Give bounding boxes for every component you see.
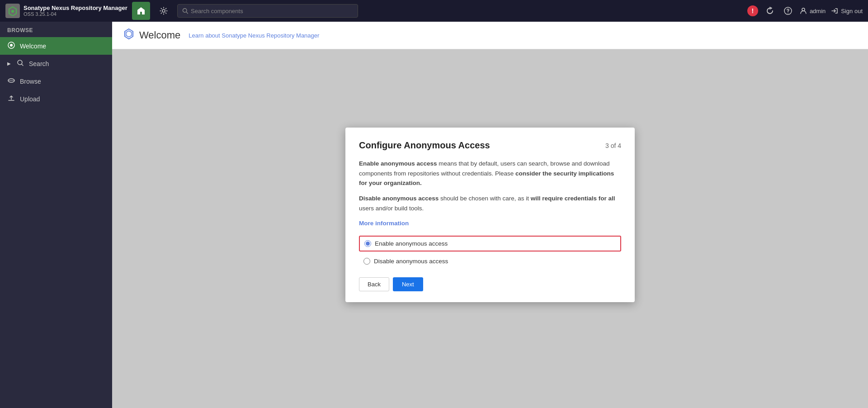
radio-group: Enable anonymous access Disable anonymou… [359,236,621,268]
sidebar-item-browse[interactable]: Browse [0,72,112,90]
signout-icon [831,7,838,14]
nav-home-button[interactable] [132,2,150,20]
svg-point-7 [788,13,788,14]
disable-anonymous-option[interactable]: Disable anonymous access [359,254,621,268]
header-right: ! admin [747,5,863,17]
browse-icon [7,77,15,85]
svg-marker-2 [137,7,145,14]
disable-anonymous-radio[interactable] [363,258,370,265]
sidebar-item-label-welcome: Welcome [20,43,46,50]
configure-anonymous-access-dialog: Configure Anonymous Access 3 of 4 Enable… [345,128,635,302]
back-button[interactable]: Back [359,277,389,291]
enable-anonymous-option[interactable]: Enable anonymous access [359,236,621,251]
logo-icon [5,4,20,18]
sidebar-item-label-browse: Browse [20,78,41,85]
enable-desc-bold-part: Enable anonymous access [359,160,437,167]
app-name: Sonatype Nexus Repository Manager [24,5,127,12]
svg-point-11 [10,44,13,47]
welcome-icon [7,42,15,50]
disable-description: Disable anonymous access should be chose… [359,194,621,213]
sidebar: Browse Welcome ▶ Search [0,22,112,408]
search-input[interactable] [191,8,353,14]
main-layout: Browse Welcome ▶ Search [0,22,868,408]
dialog-body: Enable anonymous access means that by de… [359,159,621,228]
disable-anonymous-label: Disable anonymous access [374,258,448,265]
user-section[interactable]: admin [800,7,826,14]
app-logo: Sonatype Nexus Repository Manager OSS 3.… [5,4,127,18]
svg-point-8 [802,8,805,11]
help-button[interactable] [782,5,794,17]
dialog-step: 3 of 4 [605,140,621,149]
sidebar-item-welcome[interactable]: Welcome [0,37,112,55]
svg-point-1 [11,10,14,13]
chevron-icon: ▶ [7,61,11,66]
svg-line-13 [22,64,24,66]
disable-desc-bold-part: Disable anonymous access [359,195,439,202]
upload-icon [7,95,15,103]
sidebar-item-upload[interactable]: Upload [0,90,112,108]
svg-line-5 [186,12,188,13]
refresh-button[interactable] [764,5,776,17]
app-header: Sonatype Nexus Repository Manager OSS 3.… [0,0,868,22]
enable-description: Enable anonymous access means that by de… [359,159,621,188]
settings-button[interactable] [155,2,173,20]
disable-desc-text2: users and/or build tools. [359,205,424,212]
app-version: OSS 3.25.1-04 [24,11,127,17]
search-bar[interactable] [177,4,358,18]
dialog-title: Configure Anonymous Access [359,140,490,151]
sidebar-section-header: Browse [0,22,112,37]
enable-anonymous-label: Enable anonymous access [375,240,448,247]
disable-desc-text: should be chosen with care, as it [439,195,530,202]
alert-icon[interactable]: ! [747,5,758,16]
sidebar-item-label-upload: Upload [20,95,40,103]
sidebar-item-search[interactable]: ▶ Search [0,55,112,72]
svg-point-3 [162,9,165,12]
signout-label: Sign out [841,8,863,14]
disable-desc-bold-credentials: will require credentials for all [531,195,615,202]
user-icon [800,7,807,14]
content-area: Welcome Learn about Sonatype Nexus Repos… [112,22,868,408]
signout-button[interactable]: Sign out [831,7,863,14]
admin-label: admin [810,8,826,14]
sidebar-item-label-search: Search [29,60,49,67]
next-button[interactable]: Next [393,277,423,291]
search-icon [182,8,188,14]
dialog-overlay: Configure Anonymous Access 3 of 4 Enable… [112,22,868,408]
enable-anonymous-radio[interactable] [364,240,371,247]
dialog-footer: Back Next [359,277,621,291]
dialog-header: Configure Anonymous Access 3 of 4 [359,140,621,151]
more-info-link[interactable]: More information [359,220,409,227]
logo-text: Sonatype Nexus Repository Manager OSS 3.… [24,5,127,18]
search-sidebar-icon [16,59,24,68]
